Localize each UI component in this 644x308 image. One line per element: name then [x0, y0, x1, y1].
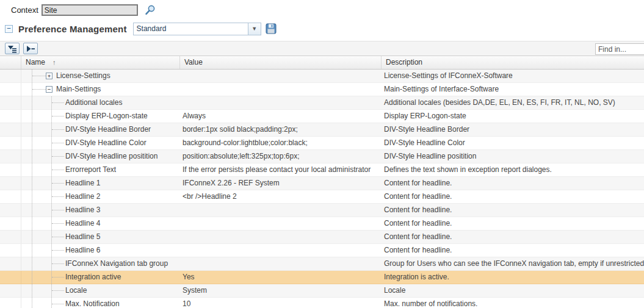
chevron-down-icon[interactable]: ▼	[248, 23, 261, 35]
pref-value-cell	[180, 257, 382, 270]
row-selector-cell[interactable]	[0, 70, 21, 82]
row-selector-cell[interactable]	[0, 123, 21, 136]
collapse-panel-icon[interactable]: −	[5, 25, 13, 33]
tree-connector-line	[52, 129, 64, 130]
pref-name-cell: Headline 4	[21, 217, 180, 230]
table-row[interactable]: IFConneX Navigation tab groupGroup for U…	[0, 257, 644, 271]
collapse-icon[interactable]: −	[46, 86, 52, 93]
context-bar: Context	[0, 0, 644, 16]
preference-header: − Preference Management Standard ▼	[0, 21, 644, 36]
table-row[interactable]: Errorreport TextIf the error persists pl…	[0, 163, 644, 177]
table-row[interactable]: Integration activeYesIntegration is acti…	[0, 271, 644, 284]
pref-description-cell: DIV-Style Headline Color	[382, 137, 644, 149]
pref-description-cell: DIV-Style Headline positition	[382, 150, 644, 163]
table-row[interactable]: Headline 2<br />Headline 2Content for he…	[0, 190, 644, 204]
pref-value-cell	[180, 204, 382, 217]
row-selector-cell[interactable]	[0, 177, 21, 190]
row-selector-cell[interactable]	[0, 96, 21, 109]
tree-guide-line	[32, 123, 32, 136]
tree-connector-line	[52, 277, 64, 278]
header-value-column[interactable]: Value	[180, 56, 382, 69]
row-selector-cell[interactable]	[0, 217, 21, 230]
pref-description-cell: Integration is active.	[382, 271, 644, 284]
pref-description-cell: Locale	[382, 284, 644, 297]
table-row[interactable]: +License-SettingsLicense-Settings of IFC…	[0, 70, 644, 83]
row-selector-cell[interactable]	[0, 137, 21, 149]
table-row[interactable]: −Main-SettingsMain-Settings of Interface…	[0, 83, 644, 96]
tree-connector-line	[52, 156, 64, 157]
pref-name-cell: Display ERP-Logon-state	[21, 110, 180, 123]
expand-icon[interactable]: +	[46, 73, 52, 79]
table-row[interactable]: Headline 3Content for headline.	[0, 204, 644, 217]
tree-connector-line	[52, 102, 64, 103]
collapse-all-button[interactable]	[23, 43, 38, 54]
table-row[interactable]: Max. Notification10Max. number of notifi…	[0, 298, 644, 308]
pref-description-cell: Defines the text shown in exception repo…	[382, 163, 644, 176]
table-row[interactable]: LocaleSystemLocale	[0, 284, 644, 298]
save-button[interactable]	[266, 23, 277, 34]
table-row[interactable]: Headline 6Content for headline.	[0, 244, 644, 257]
pref-value-cell: <br />Headline 2	[180, 190, 382, 203]
pref-value-cell: position:absolute;left:325px;top:6px;	[180, 150, 382, 163]
row-selector-cell[interactable]	[0, 150, 21, 163]
pref-description-cell: License-Settings of IFConneX-Software	[382, 70, 644, 82]
tree-guide-line	[32, 244, 32, 257]
pref-description-cell: Max. number of notifications.	[382, 298, 644, 308]
pref-value-cell	[180, 244, 382, 257]
find-input[interactable]	[595, 43, 644, 55]
tree-connector-line	[52, 304, 64, 304]
pref-name-cell: IFConneX Navigation tab group	[21, 257, 180, 270]
pref-name-label: DIV-Style Headline Color	[21, 137, 147, 149]
filter-menu-button[interactable]	[5, 43, 20, 54]
tree-guide-line	[32, 298, 32, 308]
table-row[interactable]: Display ERP-Logon-stateAlwaysDisplay ERP…	[0, 110, 644, 123]
row-selector-cell[interactable]	[0, 163, 21, 176]
table-row[interactable]: DIV-Style Headline Colorbackground-color…	[0, 137, 644, 150]
tree-guide-line	[32, 177, 32, 190]
row-selector-cell[interactable]	[0, 244, 21, 257]
row-selector-cell[interactable]	[0, 284, 21, 297]
pref-value-cell	[180, 231, 382, 243]
tree-guide-line	[51, 298, 52, 308]
page-title: Preference Management	[18, 24, 127, 34]
tree-connector-line	[52, 263, 64, 264]
header-description-label: Description	[386, 58, 422, 66]
row-selector-cell[interactable]	[0, 257, 21, 270]
pref-name-cell: +License-Settings	[21, 70, 180, 82]
tree-guide-line	[32, 217, 32, 230]
table-row[interactable]: Headline 4Content for headline.	[0, 217, 644, 231]
table-row[interactable]: Additional localesAdditional locales (be…	[0, 96, 644, 110]
pref-name-cell: Locale	[21, 284, 180, 297]
pref-name-label: DIV-Style Headline positition	[21, 150, 157, 163]
table-row[interactable]: DIV-Style Headline posititionposition:ab…	[0, 150, 644, 163]
pref-description-cell: Display ERP-Logon-state	[382, 110, 644, 123]
tree-guide-line	[32, 231, 32, 243]
table-row[interactable]: DIV-Style Headline Borderborder:1px soli…	[0, 123, 644, 137]
row-selector-cell[interactable]	[0, 110, 21, 123]
tree-connector-line	[52, 237, 64, 237]
save-icon	[266, 23, 277, 34]
preset-select[interactable]: Standard ▼	[133, 23, 261, 35]
pref-name-label: Display ERP-Logon-state	[21, 110, 148, 123]
table-row[interactable]: Headline 1IFConneX 2.26 - REF SystemCont…	[0, 177, 644, 190]
table-row[interactable]: Headline 5Content for headline.	[0, 231, 644, 244]
pref-description-cell: DIV-Style Headline Border	[382, 123, 644, 136]
header-description-column[interactable]: Description	[382, 56, 644, 69]
pref-name-label: Additional locales	[21, 96, 122, 109]
row-selector-cell[interactable]	[0, 271, 21, 284]
pref-value-cell: 10	[180, 298, 382, 308]
pref-value-cell: If the error persists please contact you…	[180, 163, 382, 176]
row-selector-cell[interactable]	[0, 204, 21, 217]
row-selector-cell[interactable]	[0, 83, 21, 96]
search-button[interactable]	[144, 4, 156, 16]
tree-connector-line	[52, 196, 64, 197]
sort-asc-icon: ↑	[52, 59, 56, 66]
row-selector-cell[interactable]	[0, 190, 21, 203]
header-name-column[interactable]: Name↑	[21, 56, 180, 69]
row-selector-cell[interactable]	[0, 298, 21, 308]
context-input[interactable]	[42, 4, 138, 16]
pref-name-label: Integration active	[21, 271, 121, 284]
row-selector-cell[interactable]	[0, 231, 21, 243]
pref-value-cell	[180, 96, 382, 109]
tree-connector-line	[52, 210, 64, 210]
